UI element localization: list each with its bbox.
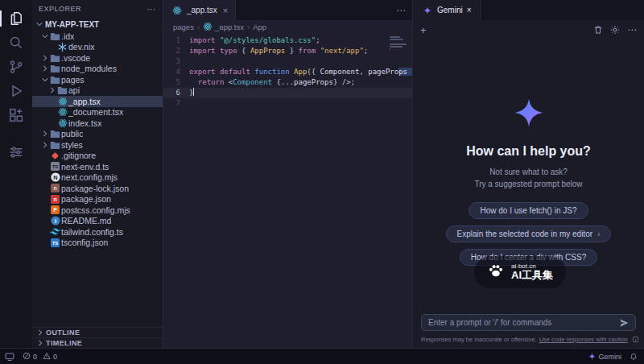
explorer-sidebar: EXPLORER ⋯ MY-APP-TEXT .idxdev.nix.vscod… xyxy=(32,0,163,348)
info-icon[interactable] xyxy=(632,336,639,343)
activitybar-source-control-icon[interactable] xyxy=(0,55,32,79)
tree-item-postcss.config.mjs[interactable]: Ppostcss.config.mjs xyxy=(32,205,163,216)
tree-item-tsconfig.json[interactable]: TStsconfig.json xyxy=(32,238,163,249)
breadcrumb-separator: › xyxy=(247,23,250,31)
breadcrumb-separator: › xyxy=(197,23,200,31)
breadcrumb-App[interactable]: App xyxy=(253,23,266,31)
code-line-5[interactable]: 5 return <Component {...pageProps} />; xyxy=(163,77,412,88)
minimap[interactable] xyxy=(390,36,407,53)
remote-indicator[interactable] xyxy=(5,352,14,362)
tree-item-public[interactable]: public xyxy=(32,129,163,140)
prompt-input[interactable] xyxy=(428,318,614,327)
tree-item-next-env.d.ts[interactable]: TSnext-env.d.ts xyxy=(32,161,163,172)
section-outline[interactable]: OUTLINE xyxy=(32,327,163,337)
chevron-right-icon[interactable] xyxy=(48,87,56,93)
error-count: 0 xyxy=(33,353,37,361)
section-timeline[interactable]: TIMELINE xyxy=(32,337,163,348)
sidebar-more-icon[interactable]: ⋯ xyxy=(147,4,157,14)
settings-gear-icon[interactable] xyxy=(610,25,620,35)
code-line-7[interactable]: 7 xyxy=(163,98,412,109)
gemini-status[interactable]: Gemini xyxy=(588,353,621,361)
code-line-6[interactable]: 6} xyxy=(163,88,412,98)
folder-icon xyxy=(49,140,61,150)
activitybar-extensions-icon[interactable] xyxy=(0,103,32,127)
app-window: EXPLORER ⋯ MY-APP-TEXT .idxdev.nix.vscod… xyxy=(0,0,644,364)
chevron-right-icon[interactable] xyxy=(41,130,49,137)
tree-item-.idx[interactable]: .idx xyxy=(32,31,163,42)
file-label: README.md xyxy=(61,216,111,225)
file-tree: .idxdev.nix.vscodenode_modulespagesapi_a… xyxy=(32,31,163,327)
postcss-icon: P xyxy=(49,205,61,214)
activitybar-sliders-icon[interactable] xyxy=(0,140,32,164)
tree-item-pages[interactable]: pages xyxy=(32,74,163,85)
tree-item-node_modules[interactable]: node_modules xyxy=(32,64,163,75)
breadcrumb-_app.tsx[interactable]: _app.tsx xyxy=(203,22,244,33)
chevron-down-icon[interactable] xyxy=(41,33,49,39)
tree-item-api[interactable]: api xyxy=(32,85,163,97)
code-editor[interactable]: 1import "@/styles/globals.css";2import t… xyxy=(163,34,412,348)
tree-item-README.md[interactable]: iREADME.md xyxy=(32,216,163,227)
sidebar-title: EXPLORER xyxy=(39,5,81,13)
tree-item-package.json[interactable]: npackage.json xyxy=(32,194,163,205)
trash-icon[interactable] xyxy=(593,25,603,35)
suggested-prompt-1[interactable]: How do I use fetch() in JS? xyxy=(469,202,588,219)
tree-item-dev.nix[interactable]: dev.nix xyxy=(32,42,163,53)
caution-link[interactable]: Use code responses with caution xyxy=(539,336,628,343)
tab-app-tsx[interactable]: _app.tsx × xyxy=(163,0,236,20)
line-number: 4 xyxy=(163,67,189,77)
send-icon[interactable] xyxy=(619,318,629,328)
sidebar-header: EXPLORER ⋯ xyxy=(32,0,163,18)
disclaimer-text: Responses may be inaccurate or offensive… xyxy=(421,336,537,343)
line-number: 7 xyxy=(163,98,189,109)
tree-item-index.tsx[interactable]: index.tsx xyxy=(32,118,163,129)
tree-item-_app.tsx[interactable]: _app.tsx xyxy=(32,96,163,107)
code-line-2[interactable]: 2import type { AppProps } from "next/app… xyxy=(163,46,412,56)
tree-item-package-lock.json[interactable]: npackage-lock.json xyxy=(32,183,163,194)
code-line-3[interactable]: 3 xyxy=(163,56,412,67)
close-icon[interactable]: × xyxy=(467,6,472,14)
tree-item-next.config.mjs[interactable]: Nnext.config.mjs xyxy=(32,172,163,184)
tree-item-tailwind.config.ts[interactable]: tailwind.config.ts xyxy=(32,226,163,238)
editor-more-icon[interactable]: ⋯ xyxy=(396,0,412,20)
chevron-right-icon: › xyxy=(597,230,600,238)
new-chat-button[interactable]: + xyxy=(420,25,427,35)
activitybar-search-icon[interactable] xyxy=(0,31,32,55)
problems-indicator[interactable]: 0 0 xyxy=(23,352,57,362)
folder-icon xyxy=(49,53,61,63)
tree-item-.gitignore[interactable]: .gitignore xyxy=(32,151,163,162)
git-icon xyxy=(49,151,61,160)
line-number: 5 xyxy=(163,77,189,88)
file-label: index.tsx xyxy=(68,118,101,128)
chevron-right-icon[interactable] xyxy=(41,55,49,61)
chevron-right-icon[interactable] xyxy=(41,142,49,148)
svg-text:TS: TS xyxy=(52,164,59,169)
activitybar-explorer-icon[interactable] xyxy=(0,6,32,31)
gemini-logo-icon xyxy=(514,97,544,131)
close-icon[interactable]: × xyxy=(223,6,228,15)
svg-text:P: P xyxy=(53,207,57,213)
svg-text:n: n xyxy=(53,185,56,191)
prompt-input-box xyxy=(421,314,636,331)
breadcrumb-pages[interactable]: pages xyxy=(173,23,194,31)
chevron-down-icon[interactable] xyxy=(41,77,49,83)
more-icon[interactable]: ⋯ xyxy=(627,24,637,35)
folder-icon xyxy=(49,75,61,85)
tab-gemini[interactable]: Gemini × xyxy=(413,0,481,20)
suggested-prompt-3[interactable]: How do I center a div with CSS? xyxy=(460,249,597,266)
chevron-right-icon[interactable] xyxy=(41,65,49,72)
code-line-4[interactable]: 4export default function App({ Component… xyxy=(163,67,412,77)
tree-item-styles[interactable]: styles xyxy=(32,139,163,151)
bell-icon[interactable] xyxy=(630,353,638,361)
react-icon xyxy=(203,22,213,33)
react-icon xyxy=(171,6,183,15)
suggested-prompt-2[interactable]: Explain the selected code in my editor› xyxy=(446,225,612,242)
code-line-1[interactable]: 1import "@/styles/globals.css"; xyxy=(163,35,412,46)
tree-item-.vscode[interactable]: .vscode xyxy=(32,52,163,64)
project-root[interactable]: MY-APP-TEXT xyxy=(32,18,163,31)
file-label: _app.tsx xyxy=(68,97,101,106)
activitybar-run-debug-icon[interactable] xyxy=(0,79,32,103)
line-content: } xyxy=(189,88,194,98)
gemini-welcome: How can I help you? Not sure what to ask… xyxy=(413,39,644,314)
tree-item-_document.tsx[interactable]: _document.tsx xyxy=(32,107,163,118)
code-lines: 1import "@/styles/globals.css";2import t… xyxy=(163,35,412,109)
